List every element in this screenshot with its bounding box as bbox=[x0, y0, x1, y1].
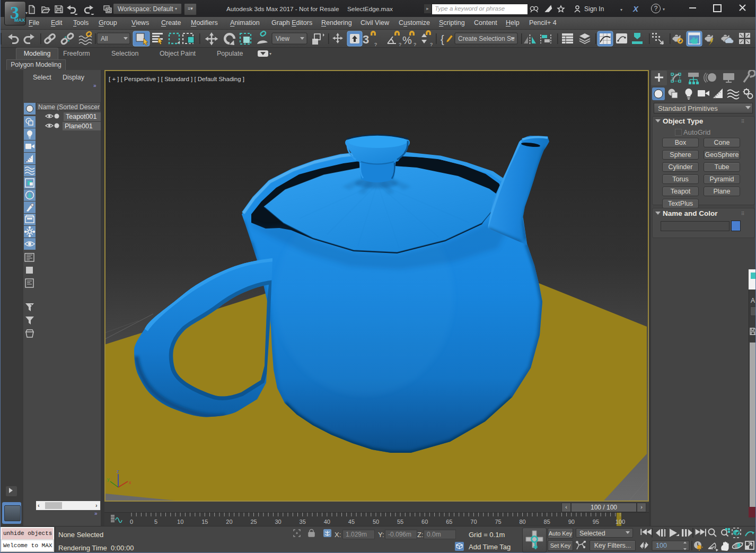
svg-text:?: ? bbox=[374, 42, 377, 47]
svg-text:▾: ▾ bbox=[620, 7, 622, 12]
svg-text:20: 20 bbox=[226, 519, 232, 525]
svg-text:View: View bbox=[276, 35, 289, 42]
svg-text:65: 65 bbox=[446, 519, 452, 525]
svg-text:?: ? bbox=[399, 42, 401, 47]
svg-text:30: 30 bbox=[275, 519, 281, 525]
svg-text:80: 80 bbox=[519, 519, 525, 525]
svg-text:x: x bbox=[129, 480, 131, 485]
svg-text:?: ? bbox=[414, 42, 416, 47]
svg-text:%: % bbox=[402, 34, 412, 46]
svg-text:All: All bbox=[101, 35, 108, 42]
svg-text:60: 60 bbox=[421, 519, 428, 525]
svg-text:z: z bbox=[117, 469, 119, 474]
svg-text:Sign In: Sign In bbox=[584, 5, 604, 13]
svg-text:25: 25 bbox=[250, 519, 257, 525]
svg-text:100: 100 bbox=[616, 519, 625, 525]
svg-text:{: { bbox=[441, 33, 444, 45]
svg-text:3: 3 bbox=[363, 33, 369, 46]
svg-text:[ + ] [ Perspective ] [ Standa: [ + ] [ Perspective ] [ Standard ] [ Def… bbox=[109, 76, 244, 82]
svg-text:5: 5 bbox=[154, 519, 157, 525]
svg-text:35: 35 bbox=[300, 519, 306, 525]
svg-text:Create Selection Se: Create Selection Se bbox=[458, 35, 515, 42]
svg-text:95: 95 bbox=[593, 519, 599, 525]
svg-text:15: 15 bbox=[201, 519, 208, 525]
svg-text:55: 55 bbox=[397, 519, 403, 525]
svg-text:85: 85 bbox=[544, 519, 550, 525]
svg-text:75: 75 bbox=[495, 519, 501, 525]
svg-text:70: 70 bbox=[470, 519, 477, 525]
svg-text:100: 100 bbox=[656, 542, 667, 549]
svg-text:?: ? bbox=[430, 42, 433, 47]
svg-text:y: y bbox=[107, 477, 110, 482]
svg-text:40: 40 bbox=[324, 519, 330, 525]
svg-text:50: 50 bbox=[373, 519, 379, 525]
svg-text:0: 0 bbox=[130, 519, 133, 525]
svg-text:90: 90 bbox=[568, 519, 575, 525]
svg-text:10: 10 bbox=[177, 519, 183, 525]
svg-text:45: 45 bbox=[348, 519, 355, 525]
